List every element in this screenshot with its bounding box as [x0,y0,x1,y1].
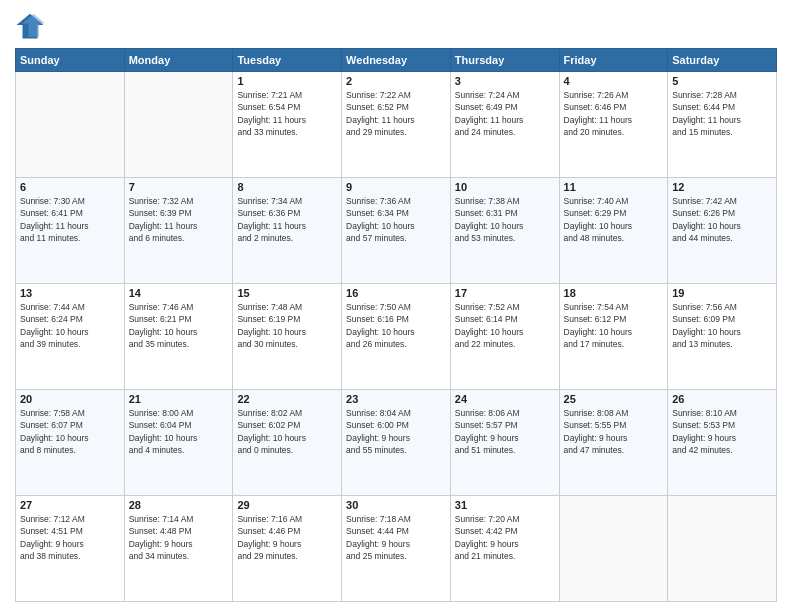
day-number: 26 [672,393,772,405]
day-info: Sunrise: 7:14 AM Sunset: 4:48 PM Dayligh… [129,513,229,562]
day-info: Sunrise: 8:06 AM Sunset: 5:57 PM Dayligh… [455,407,555,456]
day-info: Sunrise: 7:32 AM Sunset: 6:39 PM Dayligh… [129,195,229,244]
day-number: 25 [564,393,664,405]
day-info: Sunrise: 7:54 AM Sunset: 6:12 PM Dayligh… [564,301,664,350]
day-info: Sunrise: 8:08 AM Sunset: 5:55 PM Dayligh… [564,407,664,456]
day-info: Sunrise: 7:24 AM Sunset: 6:49 PM Dayligh… [455,89,555,138]
day-number: 27 [20,499,120,511]
day-number: 15 [237,287,337,299]
day-cell [668,496,777,602]
day-number: 19 [672,287,772,299]
day-info: Sunrise: 7:18 AM Sunset: 4:44 PM Dayligh… [346,513,446,562]
week-row-4: 27Sunrise: 7:12 AM Sunset: 4:51 PM Dayli… [16,496,777,602]
day-cell [124,72,233,178]
day-cell: 10Sunrise: 7:38 AM Sunset: 6:31 PM Dayli… [450,178,559,284]
day-cell: 12Sunrise: 7:42 AM Sunset: 6:26 PM Dayli… [668,178,777,284]
day-info: Sunrise: 7:26 AM Sunset: 6:46 PM Dayligh… [564,89,664,138]
day-cell: 2Sunrise: 7:22 AM Sunset: 6:52 PM Daylig… [342,72,451,178]
day-cell: 4Sunrise: 7:26 AM Sunset: 6:46 PM Daylig… [559,72,668,178]
day-cell: 24Sunrise: 8:06 AM Sunset: 5:57 PM Dayli… [450,390,559,496]
day-number: 3 [455,75,555,87]
day-header-friday: Friday [559,49,668,72]
day-cell: 5Sunrise: 7:28 AM Sunset: 6:44 PM Daylig… [668,72,777,178]
day-number: 10 [455,181,555,193]
day-cell: 22Sunrise: 8:02 AM Sunset: 6:02 PM Dayli… [233,390,342,496]
day-number: 18 [564,287,664,299]
day-header-sunday: Sunday [16,49,125,72]
day-info: Sunrise: 7:16 AM Sunset: 4:46 PM Dayligh… [237,513,337,562]
week-row-1: 6Sunrise: 7:30 AM Sunset: 6:41 PM Daylig… [16,178,777,284]
day-cell: 15Sunrise: 7:48 AM Sunset: 6:19 PM Dayli… [233,284,342,390]
day-info: Sunrise: 7:22 AM Sunset: 6:52 PM Dayligh… [346,89,446,138]
day-cell: 19Sunrise: 7:56 AM Sunset: 6:09 PM Dayli… [668,284,777,390]
day-number: 2 [346,75,446,87]
day-info: Sunrise: 7:38 AM Sunset: 6:31 PM Dayligh… [455,195,555,244]
day-info: Sunrise: 8:04 AM Sunset: 6:00 PM Dayligh… [346,407,446,456]
day-number: 4 [564,75,664,87]
day-cell: 9Sunrise: 7:36 AM Sunset: 6:34 PM Daylig… [342,178,451,284]
day-cell: 3Sunrise: 7:24 AM Sunset: 6:49 PM Daylig… [450,72,559,178]
day-number: 17 [455,287,555,299]
day-number: 1 [237,75,337,87]
day-cell: 27Sunrise: 7:12 AM Sunset: 4:51 PM Dayli… [16,496,125,602]
day-cell: 30Sunrise: 7:18 AM Sunset: 4:44 PM Dayli… [342,496,451,602]
day-info: Sunrise: 7:44 AM Sunset: 6:24 PM Dayligh… [20,301,120,350]
day-info: Sunrise: 7:30 AM Sunset: 6:41 PM Dayligh… [20,195,120,244]
day-info: Sunrise: 7:56 AM Sunset: 6:09 PM Dayligh… [672,301,772,350]
day-number: 13 [20,287,120,299]
day-number: 16 [346,287,446,299]
day-cell: 29Sunrise: 7:16 AM Sunset: 4:46 PM Dayli… [233,496,342,602]
day-info: Sunrise: 7:52 AM Sunset: 6:14 PM Dayligh… [455,301,555,350]
day-cell: 16Sunrise: 7:50 AM Sunset: 6:16 PM Dayli… [342,284,451,390]
day-header-tuesday: Tuesday [233,49,342,72]
logo [15,10,47,40]
header [15,10,777,40]
day-cell: 11Sunrise: 7:40 AM Sunset: 6:29 PM Dayli… [559,178,668,284]
day-cell: 13Sunrise: 7:44 AM Sunset: 6:24 PM Dayli… [16,284,125,390]
day-info: Sunrise: 7:12 AM Sunset: 4:51 PM Dayligh… [20,513,120,562]
day-info: Sunrise: 7:46 AM Sunset: 6:21 PM Dayligh… [129,301,229,350]
day-info: Sunrise: 7:42 AM Sunset: 6:26 PM Dayligh… [672,195,772,244]
day-cell: 25Sunrise: 8:08 AM Sunset: 5:55 PM Dayli… [559,390,668,496]
logo-icon [15,10,45,40]
day-cell: 31Sunrise: 7:20 AM Sunset: 4:42 PM Dayli… [450,496,559,602]
day-number: 30 [346,499,446,511]
day-number: 12 [672,181,772,193]
day-header-thursday: Thursday [450,49,559,72]
day-cell [559,496,668,602]
header-row: SundayMondayTuesdayWednesdayThursdayFrid… [16,49,777,72]
day-info: Sunrise: 7:36 AM Sunset: 6:34 PM Dayligh… [346,195,446,244]
day-number: 22 [237,393,337,405]
day-header-saturday: Saturday [668,49,777,72]
day-number: 5 [672,75,772,87]
day-cell: 26Sunrise: 8:10 AM Sunset: 5:53 PM Dayli… [668,390,777,496]
day-info: Sunrise: 7:28 AM Sunset: 6:44 PM Dayligh… [672,89,772,138]
day-cell: 7Sunrise: 7:32 AM Sunset: 6:39 PM Daylig… [124,178,233,284]
day-cell: 28Sunrise: 7:14 AM Sunset: 4:48 PM Dayli… [124,496,233,602]
day-cell: 6Sunrise: 7:30 AM Sunset: 6:41 PM Daylig… [16,178,125,284]
day-info: Sunrise: 8:02 AM Sunset: 6:02 PM Dayligh… [237,407,337,456]
day-number: 9 [346,181,446,193]
day-number: 31 [455,499,555,511]
day-info: Sunrise: 7:20 AM Sunset: 4:42 PM Dayligh… [455,513,555,562]
day-info: Sunrise: 7:34 AM Sunset: 6:36 PM Dayligh… [237,195,337,244]
day-number: 11 [564,181,664,193]
day-number: 23 [346,393,446,405]
day-info: Sunrise: 7:40 AM Sunset: 6:29 PM Dayligh… [564,195,664,244]
day-header-wednesday: Wednesday [342,49,451,72]
day-cell: 23Sunrise: 8:04 AM Sunset: 6:00 PM Dayli… [342,390,451,496]
day-number: 6 [20,181,120,193]
day-number: 28 [129,499,229,511]
week-row-3: 20Sunrise: 7:58 AM Sunset: 6:07 PM Dayli… [16,390,777,496]
day-cell: 21Sunrise: 8:00 AM Sunset: 6:04 PM Dayli… [124,390,233,496]
day-number: 20 [20,393,120,405]
day-cell: 14Sunrise: 7:46 AM Sunset: 6:21 PM Dayli… [124,284,233,390]
day-info: Sunrise: 7:21 AM Sunset: 6:54 PM Dayligh… [237,89,337,138]
day-header-monday: Monday [124,49,233,72]
day-number: 7 [129,181,229,193]
day-cell: 17Sunrise: 7:52 AM Sunset: 6:14 PM Dayli… [450,284,559,390]
day-cell: 8Sunrise: 7:34 AM Sunset: 6:36 PM Daylig… [233,178,342,284]
day-cell: 1Sunrise: 7:21 AM Sunset: 6:54 PM Daylig… [233,72,342,178]
week-row-0: 1Sunrise: 7:21 AM Sunset: 6:54 PM Daylig… [16,72,777,178]
day-number: 29 [237,499,337,511]
